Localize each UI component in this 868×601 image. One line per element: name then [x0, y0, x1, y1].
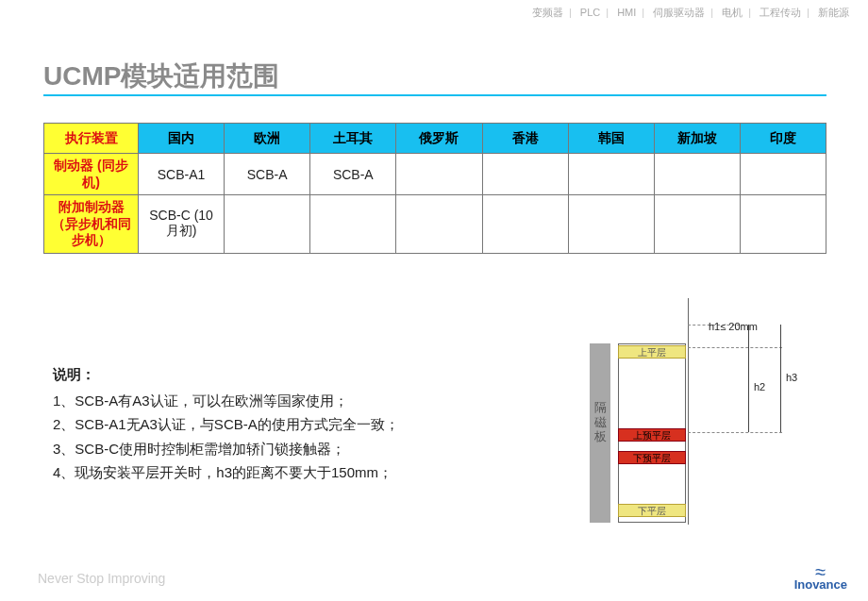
note-line: 4、现场安装平层开关时，h3的距离不要大于150mm； — [53, 460, 399, 485]
page-title: UCMP模块适用范围 — [43, 58, 279, 94]
row-header: 附加制动器（异步机和同步机） — [44, 195, 139, 254]
dim-line-h2 — [748, 347, 749, 432]
table-cell — [568, 195, 654, 254]
table-cell — [482, 154, 568, 195]
table-cell — [482, 195, 568, 254]
table-cell: SCB-A — [310, 154, 396, 195]
col-header: 欧洲 — [225, 124, 310, 154]
vertical-rail — [688, 298, 689, 525]
dim-label-h3: h3 — [786, 372, 797, 383]
note-line: 1、SCB-A有A3认证，可以在欧洲等国家使用； — [53, 389, 399, 413]
col-header: 香港 — [482, 124, 568, 154]
nav-item: HMI — [617, 7, 636, 18]
table-cell: SCB-C (10月初) — [139, 195, 225, 254]
dim-line-h3 — [780, 325, 781, 432]
table-cell — [568, 154, 654, 195]
applicability-table: 执行装置 国内 欧洲 土耳其 俄罗斯 香港 韩国 新加坡 印度 制动器 (同步机… — [43, 123, 826, 254]
table-cell — [310, 195, 396, 254]
notes-block: 说明： 1、SCB-A有A3认证，可以在欧洲等国家使用； 2、SCB-A1无A3… — [53, 362, 399, 485]
wave-icon: ≈ — [794, 566, 847, 577]
label-lower-pre: 下预平层 — [618, 451, 686, 464]
note-line: 3、SCB-C使用时控制柜需增加轿门锁接触器； — [53, 437, 399, 461]
nav-item: 伺服驱动器 — [653, 7, 705, 18]
label-lower-level: 下平层 — [618, 504, 686, 517]
col-header: 新加坡 — [654, 124, 740, 154]
nav-item: 变频器 — [532, 7, 563, 18]
dim-tick — [688, 347, 782, 348]
col-header: 土耳其 — [310, 124, 396, 154]
dim-label-h2: h2 — [754, 381, 765, 392]
table-cell — [396, 195, 482, 254]
title-underline — [43, 94, 826, 96]
table-header-row: 执行装置 国内 欧洲 土耳其 俄罗斯 香港 韩国 新加坡 印度 — [44, 124, 826, 154]
product-nav: 变频器| PLC| HMI| 伺服驱动器| 电机| 工程传动| 新能源 — [532, 6, 849, 20]
notes-header: 说明： — [53, 362, 399, 387]
footer-slogan: Never Stop Improving — [38, 571, 165, 586]
table-cell — [740, 154, 826, 195]
nav-item: 新能源 — [818, 7, 849, 18]
label-upper-level: 上平层 — [618, 345, 686, 359]
dim-label-h1: h1≤ 20mm — [709, 321, 758, 332]
table-cell — [396, 154, 482, 195]
shield-plate: 隔磁板 — [590, 343, 610, 523]
nav-item: 电机 — [722, 7, 743, 18]
table-cell: SCB-A — [225, 154, 310, 195]
table-row: 附加制动器（异步机和同步机） SCB-C (10月初) — [44, 195, 826, 254]
row-header: 制动器 (同步机) — [44, 154, 139, 195]
table-corner: 执行装置 — [44, 124, 139, 154]
brand-name: Inovance — [794, 577, 847, 592]
table-cell — [654, 195, 740, 254]
table-cell: SCB-A1 — [139, 154, 225, 195]
note-line: 2、SCB-A1无A3认证，与SCB-A的使用方式完全一致； — [53, 412, 399, 437]
table-row: 制动器 (同步机) SCB-A1 SCB-A SCB-A — [44, 154, 826, 195]
col-header: 俄罗斯 — [396, 124, 482, 154]
col-header: 韩国 — [568, 124, 654, 154]
leveling-diagram: 隔磁板 上平层 上预平层 下预平层 下平层 h1≤ 20mm h2 h3 — [571, 298, 821, 543]
table-cell — [225, 195, 310, 254]
dim-tick — [688, 432, 782, 433]
table-cell — [654, 154, 740, 195]
table-cell — [740, 195, 826, 254]
brand-logo: ≈ Inovance — [794, 566, 847, 592]
label-upper-pre: 上预平层 — [618, 428, 686, 442]
nav-item: 工程传动 — [760, 7, 801, 18]
col-header: 印度 — [740, 124, 826, 154]
col-header: 国内 — [139, 124, 225, 154]
nav-item: PLC — [580, 7, 600, 18]
